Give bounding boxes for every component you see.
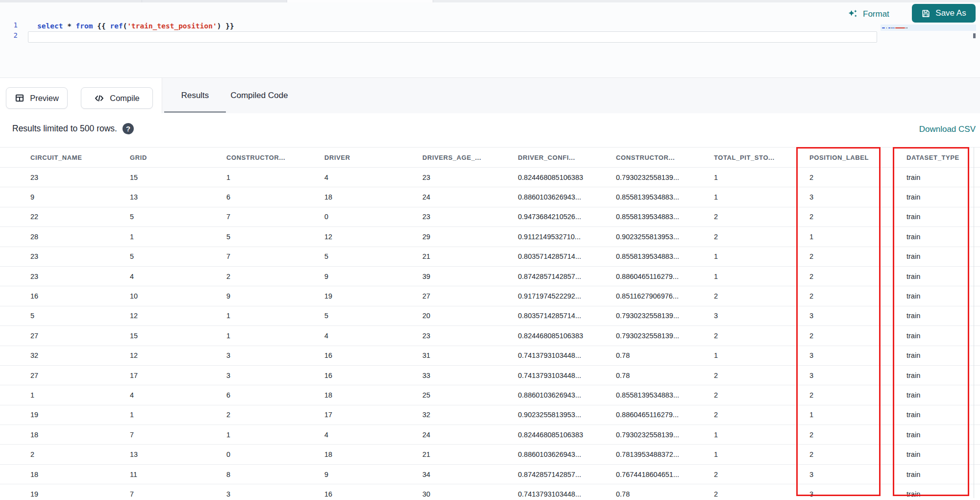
minimap-code-segment [906, 27, 907, 28]
column-header-circuit-name: CIRCUIT_NAME [24, 154, 124, 161]
table-cell: 3 [804, 312, 901, 320]
table-row: 18714240.8244680851063830.7930232558139.… [0, 425, 980, 445]
results-table: CIRCUIT_NAMEGRIDCONSTRUCTOR...DRIVERDRIV… [0, 147, 980, 500]
table-cell: 4 [124, 273, 220, 280]
tab-results[interactable]: Results [171, 78, 219, 113]
help-icon[interactable]: ? [122, 123, 134, 134]
table-cell: 19 [318, 292, 416, 300]
table-cell: 6 [220, 193, 318, 201]
minimap-code-segment [888, 27, 890, 28]
minimap-code-segment [887, 27, 888, 28]
column-header-driver-confi-: DRIVER_CONFI... [512, 154, 610, 161]
minimap-code-segment [895, 27, 905, 28]
download-csv-link[interactable]: Download CSV [919, 125, 976, 134]
column-header-drivers-age-: DRIVERS_AGE_... [416, 154, 512, 161]
tab-compiled-code[interactable]: Compiled Code [228, 78, 290, 113]
table-cell: 9 [220, 292, 318, 300]
table-cell: 2 [708, 372, 804, 379]
table-row: 191217320.9023255813953...0.886046511627… [0, 405, 980, 425]
table-cell: 0.8742857142857... [512, 273, 610, 280]
table-cell: train [901, 193, 975, 201]
table-cell: 0 [318, 213, 416, 221]
table-cell: 2 [24, 450, 124, 458]
table-cell: 16 [318, 490, 416, 498]
sparkles-icon [847, 9, 858, 20]
table-cell: 1 [708, 174, 804, 181]
action-row: Preview Compile Results Compiled Code [0, 77, 980, 113]
table-cell: 0.78 [610, 351, 708, 359]
table-cell: train [901, 372, 975, 379]
table-cell: 12 [124, 351, 220, 359]
table-cell: train [901, 312, 975, 320]
code-line[interactable]: select * from {{ ref('train_test_positio… [37, 21, 234, 31]
table-cell: 0.8558139534883... [610, 213, 708, 221]
minimap-code-segment [882, 27, 885, 28]
table-cell: 2 [804, 391, 901, 399]
preview-button[interactable]: Preview [6, 87, 68, 109]
table-cell: 27 [24, 372, 124, 379]
table-cell: 34 [416, 471, 512, 478]
table-row: 23575210.8035714285714...0.8558139534883… [0, 247, 980, 267]
format-button[interactable]: Format [847, 7, 889, 22]
table-cell: 3 [220, 372, 318, 379]
table-row: 51215200.8035714285714...0.7930232558139… [0, 306, 980, 326]
table-cell: 30 [416, 490, 512, 498]
table-cell: 0.9023255813953... [512, 411, 610, 419]
table-cell: 0.824468085106383 [512, 332, 610, 340]
table-cell: 0.7674418604651... [610, 471, 708, 478]
preview-button-label: Preview [30, 94, 59, 103]
table-cell: 0.9171974522292... [512, 292, 610, 300]
results-limit-label: Results limited to 500 rows. [12, 124, 117, 134]
table-cell: 2 [708, 490, 804, 498]
sql-editor[interactable]: 1 2 select * from {{ ref('train_test_pos… [0, 2, 980, 77]
table-cell: 9 [318, 273, 416, 280]
table-cell: 2 [708, 391, 804, 399]
table-cell: 3 [220, 351, 318, 359]
table-cell: train [901, 411, 975, 419]
table-cell: 1 [708, 273, 804, 280]
table-cell: 5 [124, 252, 220, 260]
column-header-driver: DRIVER [318, 154, 416, 161]
minimap-scroll-handle[interactable] [973, 33, 976, 38]
table-cell: 0.8035714285714... [512, 252, 610, 260]
table-cell: 19 [24, 490, 124, 498]
table-row: 22570230.9473684210526...0.8558139534883… [0, 207, 980, 227]
editor-active-line[interactable] [28, 31, 877, 43]
table-cell: 0.824468085106383 [512, 431, 610, 439]
table-cell: 2 [708, 213, 804, 221]
tab-results-label: Results [181, 91, 209, 100]
table-cell: 32 [24, 351, 124, 359]
table-cell: 17 [124, 372, 220, 379]
table-cell: train [901, 174, 975, 181]
table-cell: 1 [220, 174, 318, 181]
table-cell: 11 [124, 471, 220, 478]
table-cell: 1 [708, 431, 804, 439]
save-as-button-label: Save As [935, 8, 966, 18]
table-row: 181189340.8742857142857...0.767441860465… [0, 465, 980, 484]
table-cell: 22 [24, 213, 124, 221]
table-cell: 25 [416, 391, 512, 399]
table-cell: 3 [804, 193, 901, 201]
table-cell: 5 [124, 213, 220, 221]
table-cell: 0.8035714285714... [512, 312, 610, 320]
table-cell: 16 [318, 372, 416, 379]
code-brackets-icon [94, 93, 104, 103]
save-as-button[interactable]: Save As [912, 4, 976, 23]
code-token-plain [63, 22, 67, 30]
table-cell: 0.8860465116279... [610, 273, 708, 280]
table-cell: 33 [416, 372, 512, 379]
table-cell: 0.9112149532710... [512, 233, 610, 241]
table-cell: 16 [318, 351, 416, 359]
table-row: 231514230.8244680851063830.7930232558139… [0, 168, 980, 187]
editor-minimap[interactable] [881, 25, 976, 31]
compile-button[interactable]: Compile [81, 87, 153, 109]
minimap-code-segment [892, 27, 894, 28]
table-row: 2717316330.7413793103448...0.7823train [0, 366, 980, 385]
table-cell: 18 [24, 431, 124, 439]
table-cell: 24 [416, 193, 512, 201]
table-cell: 8 [220, 471, 318, 478]
table-cell: 2 [804, 213, 901, 221]
table-cell: 9 [24, 193, 124, 201]
table-row: 213018210.8860103626943...0.781395348837… [0, 445, 980, 464]
table-cell: 24 [416, 431, 512, 439]
